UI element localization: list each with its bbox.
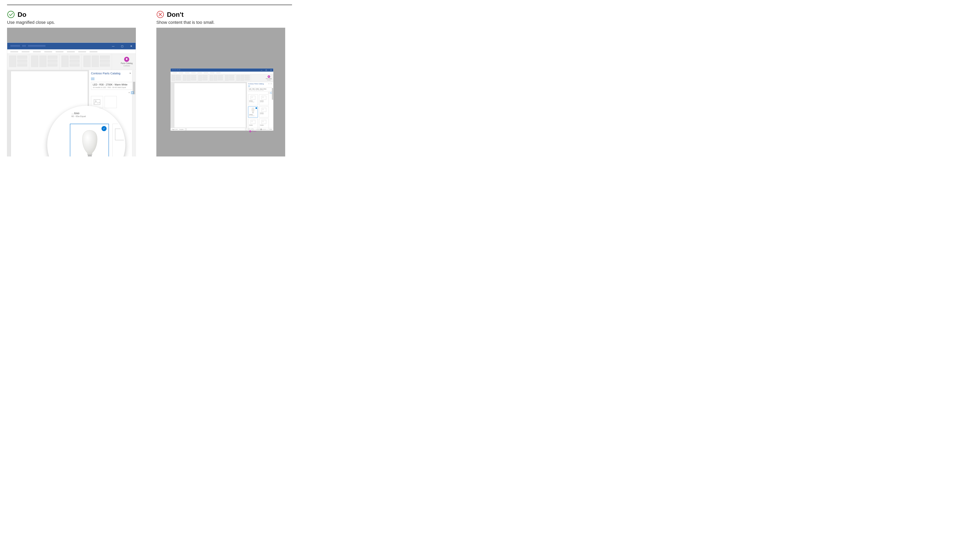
window-titlebar: — ▢ ✕ xyxy=(170,68,273,72)
list-view-button[interactable] xyxy=(268,92,270,94)
pane-footer: C Contoso xyxy=(248,130,272,133)
addin-label-2: Contoso xyxy=(123,65,130,67)
svg-rect-7 xyxy=(253,113,254,113)
search-query: LED - R30 - 2700K - Warm White xyxy=(93,83,132,86)
dont-column: Don't Show content that is too small. — … xyxy=(156,10,292,157)
tile-spec: 60 - 65w Equal xyxy=(72,115,86,117)
hamburger-icon[interactable] xyxy=(248,85,250,86)
do-dont-comparison: Do Use magnified close ups. — ▢ ✕ xyxy=(7,5,292,157)
catalog-tile-selected[interactable]: ✓ Contoso 60 - 65w Equal xyxy=(70,124,109,157)
x-circle-icon xyxy=(156,10,164,18)
view-mode-button[interactable] xyxy=(245,128,247,130)
pane-dropdown-button[interactable]: ▾ xyxy=(130,72,131,75)
image-placeholder-icon xyxy=(94,99,100,105)
pane-title: Contoso Parts Catalog xyxy=(91,72,120,75)
pane-close-button[interactable]: ✕ xyxy=(270,83,272,85)
task-pane: Contoso Parts Catalog ▾ ✕ LED - R30 - 27… xyxy=(247,82,273,128)
ribbon-tabs[interactable] xyxy=(170,72,273,74)
selected-check-icon: ✓ xyxy=(102,126,107,131)
brand-name: Contoso xyxy=(252,131,256,132)
lightbulb-product-icon xyxy=(80,130,99,157)
minimize-button[interactable]: — xyxy=(109,43,118,49)
window-titlebar: — ▢ ✕ xyxy=(7,43,136,49)
selected-check-icon xyxy=(255,107,257,109)
ribbon: Parts Catalog Contoso xyxy=(7,54,136,70)
svg-point-0 xyxy=(8,11,14,18)
do-column: Do Use magnified close ups. — ▢ ✕ xyxy=(7,10,143,157)
close-button[interactable]: ✕ xyxy=(127,43,136,49)
catalog-tile-selected[interactable]: Contoso60 - 65w Equal xyxy=(248,107,258,117)
catalog-tile[interactable]: Contoso85w Equal xyxy=(259,107,269,117)
grid-view-button[interactable] xyxy=(131,91,134,94)
word-window-small: — ▢ ✕ Pa xyxy=(170,68,274,131)
brand-badge-icon: C xyxy=(249,130,251,132)
do-subtitle: Use magnified close ups. xyxy=(7,20,143,25)
close-button[interactable]: ✕ xyxy=(269,68,273,72)
ribbon-tabs[interactable] xyxy=(7,49,136,54)
maximize-button[interactable]: ▢ xyxy=(264,68,269,72)
catalog-tile[interactable]: Contoso85w Equal xyxy=(259,95,269,105)
lightbulb-icon xyxy=(124,57,129,62)
ribbon: Parts Catalog Contoso xyxy=(170,74,273,82)
svg-rect-3 xyxy=(88,155,92,157)
addin-ribbon-button[interactable]: Parts Catalog Contoso xyxy=(264,74,273,82)
addin-label-1: Parts Catalog xyxy=(121,62,133,64)
pane-title: Contoso Parts Catalog xyxy=(248,83,264,85)
lightbulb-icon xyxy=(268,75,270,78)
proofing-icon[interactable] xyxy=(185,128,187,130)
pane-dropdown-button[interactable]: ▾ xyxy=(269,83,270,85)
addin-ribbon-button[interactable]: Parts Catalog Contoso xyxy=(118,54,136,70)
word-count: 0 words xyxy=(179,129,184,130)
pane-scroll-thumb[interactable] xyxy=(272,88,273,100)
hamburger-icon[interactable] xyxy=(91,78,95,78)
search-input[interactable]: LED - R30 - 2700K - Warm White 16 result… xyxy=(91,82,134,90)
dont-illustration: — ▢ ✕ Pa xyxy=(156,28,285,157)
document-background xyxy=(170,82,247,128)
dont-subtitle: Show content that is too small. xyxy=(156,20,292,25)
dont-title: Don't xyxy=(167,11,184,18)
catalog-tile[interactable]: Contoso60 - 65w Equal xyxy=(248,95,258,105)
catalog-tile[interactable]: Contoso xyxy=(248,118,258,130)
search-input[interactable]: LED - R30 - 2700K - Warm White 16 result… xyxy=(248,88,272,91)
list-view-button[interactable]: ≡ xyxy=(128,91,130,94)
check-circle-icon xyxy=(7,10,15,18)
tile-brand-partial: …toso xyxy=(72,112,86,115)
do-title: Do xyxy=(18,11,26,18)
lightbulb-product-icon xyxy=(251,108,255,113)
maximize-button[interactable]: ▢ xyxy=(118,43,127,49)
do-illustration: — ▢ ✕ Parts Catalog xyxy=(7,28,136,157)
page-indicator: Page 1 of 1 xyxy=(172,129,178,130)
catalog-tile[interactable]: Contoso xyxy=(259,118,269,130)
minimize-button[interactable]: — xyxy=(259,68,264,72)
search-results-count: 16 results in LED - R30 - 60-65 Watt Equ… xyxy=(93,87,132,88)
document-page[interactable] xyxy=(174,83,246,128)
zoom-slider[interactable] xyxy=(256,129,266,130)
catalog-tile[interactable] xyxy=(105,96,117,108)
